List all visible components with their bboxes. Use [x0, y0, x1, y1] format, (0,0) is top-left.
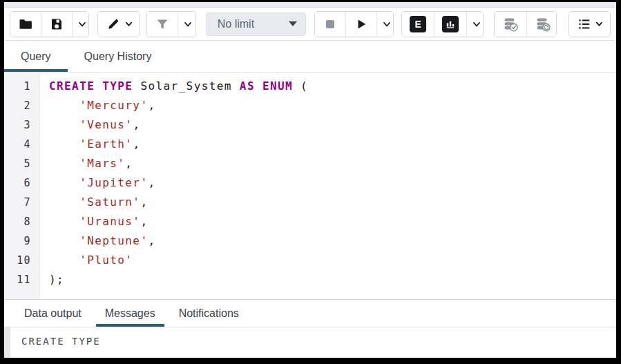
save-options-button[interactable]	[72, 12, 89, 37]
explain-analyze-icon	[442, 16, 459, 32]
line-number: 6	[4, 173, 40, 193]
filter-options-button[interactable]	[178, 12, 196, 37]
code-segment-plain: ,	[133, 118, 140, 131]
chevron-down-icon	[124, 19, 133, 28]
code-segment-string: 'Saturn'	[79, 195, 140, 209]
edit-pencil-icon	[106, 17, 121, 32]
output-tab-label: Notifications	[179, 307, 239, 320]
commit-icon	[502, 16, 519, 32]
code-segment-string: 'Mars'	[79, 157, 125, 170]
code-text: 'Venus',	[40, 115, 140, 135]
rollback-icon	[535, 16, 551, 32]
code-segment-plain	[49, 215, 79, 228]
line-number: 2	[4, 96, 40, 115]
tab-notifications[interactable]: Notifications	[167, 300, 251, 327]
code-text: CREATE TYPE Solar_System AS ENUM (	[40, 77, 308, 96]
edit-button[interactable]	[98, 12, 140, 37]
explain-button-group: E	[401, 11, 484, 37]
code-segment-plain: ,	[148, 176, 155, 189]
code-segment-string: 'Earth'	[79, 137, 133, 151]
code-segment-string: 'Jupiter'	[79, 176, 148, 189]
code-line: 3 'Venus',	[4, 115, 616, 135]
filter-button[interactable]	[147, 12, 178, 37]
code-segment-plain	[49, 234, 79, 247]
output-tab-label: Data output	[24, 307, 82, 320]
filter-button-group	[146, 11, 196, 37]
output-tabbar: Data outputMessagesNotifications	[4, 299, 616, 327]
code-text: 'Jupiter',	[40, 173, 155, 193]
messages-panel: CREATE TYPE	[4, 327, 616, 358]
code-line: 1CREATE TYPE Solar_System AS ENUM (	[4, 77, 616, 96]
file-button-group	[10, 11, 89, 37]
line-number: 7	[4, 193, 40, 212]
tab-query-history[interactable]: Query History	[68, 41, 169, 72]
macros-list-icon	[577, 17, 592, 32]
code-segment-string: 'Venus'	[79, 118, 133, 131]
chevron-down-icon	[183, 19, 193, 29]
save-button[interactable]	[41, 12, 72, 37]
line-number: 10	[4, 251, 40, 270]
code-line: 11);	[4, 270, 616, 289]
code-segment-plain	[49, 99, 79, 112]
stop-button[interactable]	[315, 12, 345, 37]
execute-options-button[interactable]	[376, 12, 394, 37]
explain-icon: E	[410, 16, 426, 32]
explain-button[interactable]: E	[402, 12, 434, 37]
line-number: 8	[4, 212, 40, 231]
code-segment-plain	[49, 195, 79, 209]
sql-editor[interactable]: 1CREATE TYPE Solar_System AS ENUM (2 'Me…	[4, 73, 616, 299]
code-segment-plain: ,	[148, 99, 155, 112]
code-line: 9 'Neptune',	[4, 231, 616, 251]
open-file-icon	[18, 17, 33, 32]
code-segment-plain: ,	[140, 195, 148, 209]
commit-button[interactable]	[495, 12, 526, 37]
tab-data-output[interactable]: Data output	[12, 300, 93, 327]
code-segment-plain: ,	[140, 215, 148, 228]
messages-left-gutter	[4, 327, 10, 358]
tab-query-history-label: Query History	[84, 50, 152, 63]
query-toolbar: No limit	[4, 8, 616, 41]
tab-query[interactable]: Query	[4, 41, 68, 72]
row-limit-value: No limit	[218, 18, 254, 30]
code-text: 'Mars',	[40, 154, 133, 173]
code-line: 8 'Uranus',	[4, 212, 616, 231]
chevron-down-icon	[382, 19, 392, 29]
output-tab-label: Messages	[105, 307, 155, 320]
code-text: 'Saturn',	[40, 193, 148, 212]
play-icon	[354, 17, 369, 32]
code-line: 5 'Mars',	[4, 154, 616, 173]
line-number: 4	[4, 135, 40, 154]
execute-button[interactable]	[345, 12, 376, 37]
code-segment-string: 'Mercury'	[79, 99, 148, 112]
explain-letter: E	[415, 19, 421, 30]
line-number: 5	[4, 154, 40, 173]
code-line: 7 'Saturn',	[4, 193, 616, 212]
explain-analyze-button[interactable]	[434, 12, 466, 37]
rollback-button[interactable]	[526, 12, 557, 37]
code-segment-plain: ,	[133, 137, 140, 151]
filter-icon	[155, 17, 170, 32]
row-limit-select[interactable]: No limit	[206, 12, 306, 36]
messages-output: CREATE TYPE	[10, 327, 101, 358]
explain-options-button[interactable]	[466, 12, 484, 37]
code-segment-plain	[49, 157, 79, 170]
code-line: 2 'Mercury',	[4, 96, 616, 115]
chevron-down-icon	[595, 19, 604, 28]
tab-query-label: Query	[21, 50, 51, 63]
window-top-strip	[4, 2, 616, 8]
code-line: 4 'Earth',	[4, 135, 616, 154]
code-text: );	[40, 270, 64, 289]
code-segment-keyword: CREATE TYPE	[49, 79, 133, 93]
code-segment-plain	[49, 176, 79, 189]
macros-button-group	[569, 11, 611, 37]
code-segment-plain	[49, 118, 79, 131]
code-segment-plain: ,	[148, 234, 155, 247]
code-segment-plain: (	[293, 79, 308, 93]
code-text: 'Uranus',	[40, 212, 148, 231]
macros-button[interactable]	[569, 12, 611, 37]
tab-messages[interactable]: Messages	[93, 300, 167, 327]
transaction-button-group	[494, 11, 557, 37]
code-segment-plain	[49, 137, 79, 151]
open-file-button[interactable]	[10, 12, 41, 37]
code-text: 'Earth',	[40, 135, 140, 154]
